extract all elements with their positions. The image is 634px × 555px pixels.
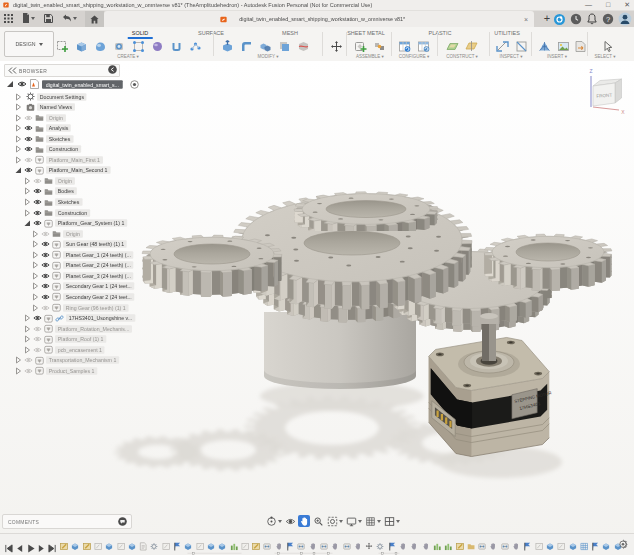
browser-item-named-views[interactable]: Named Views: [14, 102, 77, 112]
tool-shell-icon[interactable]: [170, 39, 183, 57]
browser-item-ring-gear-96-teeth-1-1[interactable]: Ring Gear (96 teeth) (1) 1: [31, 303, 132, 313]
expand-triangle-icon[interactable]: [23, 209, 31, 217]
expand-triangle-icon[interactable]: [23, 177, 31, 185]
tool-split-icon[interactable]: [297, 39, 310, 57]
browser-item-planet-gear-3-24-teeth[interactable]: Planet Gear_3 (24 teeth) (...: [31, 271, 137, 281]
visibility-eye-icon[interactable]: [24, 356, 33, 364]
browser-item-bodies[interactable]: Bodies: [23, 186, 78, 196]
tool-sphere-icon[interactable]: [151, 39, 164, 57]
expand-triangle-icon[interactable]: [14, 114, 22, 122]
browser-item-platform-main-first-1[interactable]: Platform_Main_First 1: [14, 155, 106, 165]
browser-item-origin[interactable]: Origin: [23, 176, 76, 186]
visibility-eye-icon[interactable]: [33, 314, 42, 322]
root-label[interactable]: digital_twin_enabled_smart_s...: [42, 80, 123, 89]
visibility-eye-icon[interactable]: [33, 325, 42, 333]
visibility-eye-icon[interactable]: [24, 114, 33, 122]
tool-sketch-icon[interactable]: [56, 39, 69, 57]
visibility-eye-icon[interactable]: [41, 261, 50, 269]
expand-triangle-icon[interactable]: [31, 272, 39, 280]
visibility-eye-icon[interactable]: [33, 219, 42, 227]
expand-triangle-icon[interactable]: [23, 314, 31, 322]
browser-root-item[interactable]: digital_twin_enabled_smart_s...: [6, 79, 139, 89]
browser-item-analysis[interactable]: Analysis: [14, 123, 72, 133]
browser-item-platform-roof-1-1[interactable]: Platform_Roof (1) 1: [23, 334, 109, 344]
expand-triangle-icon[interactable]: [23, 335, 31, 343]
undo-icon[interactable]: [62, 14, 77, 23]
tool-decal-icon[interactable]: [574, 39, 587, 57]
tool-form-icon[interactable]: [94, 39, 107, 57]
job-status-icon[interactable]: [570, 13, 582, 25]
tool-pipe-icon[interactable]: [189, 39, 202, 57]
visibility-eye-icon[interactable]: [41, 272, 50, 280]
visibility-eye-icon[interactable]: [41, 251, 50, 259]
visibility-eye-icon[interactable]: [41, 282, 50, 290]
expand-triangle-icon[interactable]: [31, 240, 39, 248]
nav-zoom-button[interactable]: [312, 515, 324, 527]
expand-triangle-icon[interactable]: [31, 293, 39, 301]
tool-combine-icon[interactable]: [259, 39, 272, 57]
visibility-eye-icon[interactable]: [41, 293, 50, 301]
browser-item-secondary-gear-2-24-teet[interactable]: Secondary Gear 2 (24 teet...: [31, 292, 138, 302]
browser-item-sketches[interactable]: Sketches: [14, 134, 75, 144]
browser-item-product-samples-1[interactable]: Product_Samples 1: [14, 366, 100, 376]
tool-box-icon[interactable]: [75, 39, 88, 57]
browser-item-construction[interactable]: Construction: [23, 208, 92, 218]
visibility-eye-icon[interactable]: [24, 156, 33, 164]
visibility-eye-icon[interactable]: [24, 145, 33, 153]
browser-item-sketches[interactable]: Sketches: [23, 197, 84, 207]
expand-triangle-icon[interactable]: [14, 367, 22, 375]
expand-triangle-icon[interactable]: [31, 282, 39, 290]
expand-triangle-icon[interactable]: [14, 93, 22, 101]
expand-triangle-icon[interactable]: [23, 346, 31, 354]
visibility-eye-icon[interactable]: [41, 304, 50, 312]
nav-pan-button[interactable]: [298, 515, 310, 527]
visibility-eye-icon[interactable]: [33, 346, 42, 354]
ribbon-tab-mesh[interactable]: MESH: [282, 30, 298, 36]
browser-item-planet-gear-2-24-teeth[interactable]: Planet Gear_2 (24 teeth) (...: [31, 260, 137, 270]
ribbon-tab-surface[interactable]: SURFACE: [198, 30, 224, 36]
expand-triangle-icon[interactable]: [14, 145, 22, 153]
collapse-triangle-icon[interactable]: [14, 166, 22, 174]
expand-triangle-icon[interactable]: [14, 135, 22, 143]
visibility-eye-icon[interactable]: [24, 135, 33, 143]
expand-triangle-icon[interactable]: [23, 198, 31, 206]
collapse-panel-icon[interactable]: [8, 67, 17, 74]
browser-item-platform-rotation-mechanis[interactable]: Platform_Rotation_Mechanis...: [23, 324, 136, 334]
expand-triangle-icon[interactable]: [14, 124, 22, 132]
nav-orbit-button[interactable]: [265, 515, 282, 527]
tool-revolve-icon[interactable]: [113, 39, 126, 57]
minimize-icon[interactable]: —: [585, 0, 592, 10]
file-menu-icon[interactable]: [22, 13, 35, 23]
expanded-triangle-icon[interactable]: [6, 80, 14, 88]
visibility-eye-icon[interactable]: [41, 240, 50, 248]
collapse-triangle-icon[interactable]: [23, 219, 31, 227]
expand-triangle-icon[interactable]: [23, 187, 31, 195]
close-icon[interactable]: ✕: [624, 0, 630, 10]
visibility-eye-icon[interactable]: [24, 124, 33, 132]
tool-plane2-icon[interactable]: [465, 39, 478, 57]
comments-bar[interactable]: COMMENTS: [2, 514, 132, 529]
nav-fit-button[interactable]: [326, 515, 343, 527]
browser-item-17hs3401-usongshine-v[interactable]: 17HS3401_Usongshine v...: [23, 313, 139, 323]
browser-item-origin[interactable]: Origin: [14, 113, 67, 123]
browser-item-platform-main-second-1[interactable]: Platform_Main_Second 1: [14, 165, 114, 175]
panel-menu-icon[interactable]: [108, 65, 117, 74]
save-icon[interactable]: [44, 14, 53, 23]
browser-item-platform-gear-system-1-1[interactable]: Platform_Gear_System (1) 1: [23, 218, 131, 228]
visibility-eye-icon[interactable]: [24, 166, 33, 174]
nav-grid-button[interactable]: [364, 515, 381, 527]
nav-display-button[interactable]: [345, 515, 362, 527]
visibility-eye-icon[interactable]: [33, 187, 42, 195]
activate-radio-icon[interactable]: [130, 80, 139, 89]
new-tab-button[interactable]: +: [541, 12, 553, 25]
expand-triangle-icon[interactable]: [31, 251, 39, 259]
expand-triangle-icon[interactable]: [23, 325, 31, 333]
document-tab[interactable]: digital_twin_enabled_smart_shipping_work…: [104, 11, 534, 27]
tool-fillet-icon[interactable]: [240, 39, 253, 57]
browser-item-planet-gear-1-24-teeth[interactable]: Planet Gear_1 (24 teeth) (...: [31, 250, 137, 260]
browser-item-sun-gear-48-teeth-1-1[interactable]: Sun Gear (48 teeth) (1) 1: [31, 239, 130, 249]
timeline-settings-icon[interactable]: [618, 539, 628, 549]
tool-presspull-icon[interactable]: [221, 39, 234, 57]
nav-viewports-button[interactable]: [383, 515, 400, 527]
expand-triangle-icon[interactable]: [14, 356, 22, 364]
